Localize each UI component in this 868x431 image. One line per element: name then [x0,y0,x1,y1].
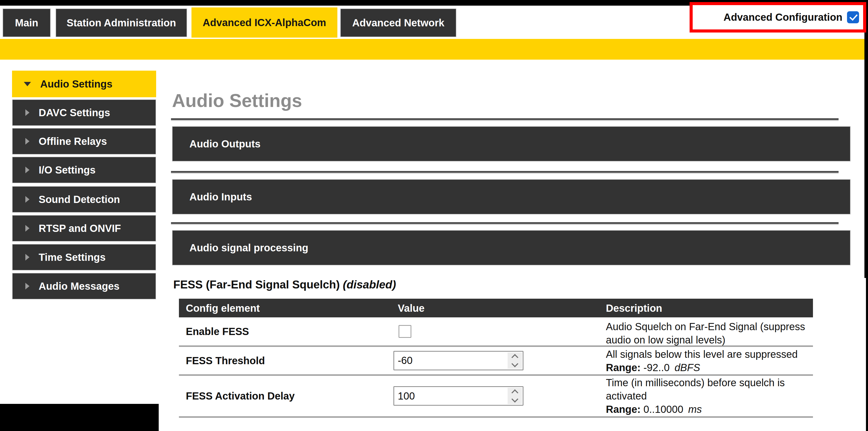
annotation-highlight-box: Advanced Configuration [690,2,866,32]
fess-config-table: Config element Value Description Enable … [179,299,813,418]
chevron-right-icon [25,109,29,116]
range-unit: ms [688,404,702,415]
config-description: Audio Squelch on Far-End Signal (suppres… [606,320,814,346]
chevron-right-icon [25,225,29,232]
section-divider [171,171,839,174]
fess-activation-delay-input-box [394,386,524,406]
advanced-configuration-checkbox[interactable] [847,11,859,23]
section-label: Audio Inputs [189,191,252,203]
tab-advanced-icx-alphacom[interactable]: Advanced ICX-AlphaCom [191,7,337,38]
chevron-right-icon [25,166,29,173]
section-audio-inputs[interactable]: Audio Inputs [172,179,850,214]
tab-main[interactable]: Main [3,8,51,37]
sidebar-item-label: Offline Relays [39,136,107,147]
sidebar-item-label: Audio Settings [40,78,112,90]
sidebar-item-label: Audio Messages [39,280,120,292]
sidebar-item-davc-settings[interactable]: DAVC Settings [12,99,156,126]
fess-disabled-note: (disabled) [343,278,396,291]
fess-heading: FESS (Far-End Signal Squelch)(disabled) [173,278,396,291]
range-label: Range: [606,362,641,373]
enable-fess-checkbox[interactable] [399,325,411,338]
section-label: Audio signal processing [189,242,308,254]
section-audio-signal-processing[interactable]: Audio signal processing [172,230,850,266]
sidebar-item-audio-messages[interactable]: Audio Messages [12,273,156,300]
sidebar-item-offline-relays[interactable]: Offline Relays [12,128,156,155]
chevron-down-icon [24,82,31,86]
config-name: FESS Activation Delay [186,390,294,402]
sidebar-item-label: I/O Settings [39,164,95,176]
chevron-right-icon [25,254,29,260]
fess-activation-delay-input[interactable] [394,387,507,405]
table-row: FESS Threshold All signals below this le… [179,346,813,374]
config-description: Time (in milliseconds) before squelch is… [606,376,814,416]
sidebar-item-sound-detection[interactable]: Sound Detection [12,186,156,213]
description-text: Time (in milliseconds) before squelch is… [606,376,814,403]
config-name: FESS Threshold [186,355,265,366]
fess-heading-text: FESS (Far-End Signal Squelch) [173,278,340,291]
sidebar-item-label: Sound Detection [39,194,120,205]
page-title: Audio Settings [172,90,302,111]
tab-station-administration[interactable]: Station Administration [56,8,187,37]
spinner-down-icon[interactable] [512,396,518,403]
bottom-left-redaction-block [0,404,159,431]
fess-threshold-input-box [394,351,524,370]
range-note: Range: 0..10000 ms [606,403,814,416]
range-value: -92..0 [644,362,670,373]
sidebar-item-label: RTSP and ONVIF [39,223,121,234]
column-header-config-element: Config element [186,302,260,314]
range-label: Range: [606,404,641,415]
section-audio-outputs[interactable]: Audio Outputs [172,126,850,161]
number-spinner[interactable] [507,352,522,369]
advanced-configuration-label: Advanced Configuration [724,11,842,23]
spinner-up-icon[interactable] [512,389,518,396]
chevron-right-icon [25,283,29,289]
chevron-right-icon [25,138,29,145]
sidebar-item-io-settings[interactable]: I/O Settings [12,157,156,183]
number-spinner[interactable] [507,388,522,404]
config-description: All signals below this level are suppres… [606,347,814,374]
table-bottom-divider [179,417,813,418]
tab-advanced-network[interactable]: Advanced Network [340,8,456,37]
sidebar-item-label: Time Settings [39,252,106,263]
title-divider [171,118,839,121]
right-black-border-lower [866,278,868,431]
fess-threshold-input[interactable] [394,352,507,370]
yellow-accent-band [0,39,864,60]
section-label: Audio Outputs [189,138,260,150]
description-text: All signals below this level are suppres… [606,347,814,361]
range-note: Range: -92..0 dBFS [606,361,814,374]
table-row: FESS Activation Delay Time (in milliseco… [179,375,813,417]
column-header-value: Value [398,302,425,314]
section-divider [171,222,839,225]
config-name: Enable FESS [186,326,249,337]
column-header-description: Description [606,302,662,314]
chevron-right-icon [25,196,29,203]
table-header-row: Config element Value Description [179,299,813,317]
right-black-border-upper [864,0,868,278]
sidebar-item-time-settings[interactable]: Time Settings [12,244,156,271]
spinner-up-icon[interactable] [512,354,518,361]
range-unit: dBFS [675,362,700,373]
sidebar-item-label: DAVC Settings [39,107,110,119]
spinner-down-icon[interactable] [512,360,518,367]
table-row: Enable FESS Audio Squelch on Far-End Sig… [179,317,813,345]
sidebar-item-rtsp-and-onvif[interactable]: RTSP and ONVIF [12,215,156,242]
app-window: Main Station Administration Advanced ICX… [0,0,868,431]
sidebar-item-audio-settings[interactable]: Audio Settings [12,71,156,97]
range-value: 0..10000 [644,404,683,415]
